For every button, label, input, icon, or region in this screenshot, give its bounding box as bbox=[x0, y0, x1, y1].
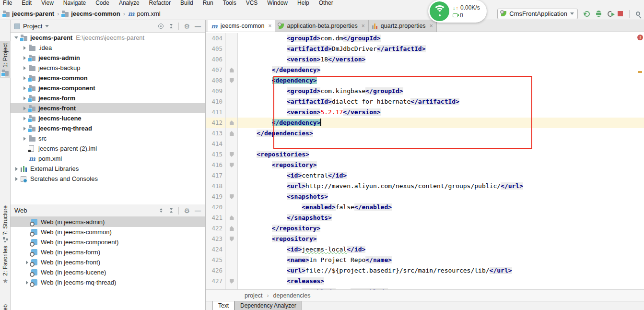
tree-row-external-libraries[interactable]: External Libraries bbox=[11, 164, 205, 174]
code-line-411[interactable]: 411 <version>5.2.17</version> bbox=[206, 107, 644, 118]
code-line-416[interactable]: 416 <repository> bbox=[206, 160, 644, 170]
chevron-down-icon[interactable] bbox=[45, 25, 49, 27]
collapse-all-icon[interactable] bbox=[168, 24, 174, 29]
run-button[interactable] bbox=[584, 11, 590, 17]
bottom-tab-text[interactable]: Text bbox=[212, 301, 234, 310]
menu-run[interactable]: Run bbox=[203, 0, 213, 6]
tree-row-pom-xml[interactable]: mpom.xml bbox=[11, 154, 205, 164]
code-line-415[interactable]: 415 <repositories> bbox=[206, 149, 644, 160]
code-line-408[interactable]: 408 <dependency> bbox=[206, 75, 644, 86]
menu-file[interactable]: File bbox=[3, 0, 12, 6]
code-line-424[interactable]: 424 <id>jeecms-local</id> bbox=[206, 244, 644, 255]
web-row-web-in-jeecms-form[interactable]: Web (in jeecms-form) bbox=[11, 247, 205, 257]
fold-marker-icon[interactable] bbox=[226, 118, 238, 128]
chevron-right-icon[interactable] bbox=[21, 86, 28, 90]
tree-row-jeecms-parent-2-iml[interactable]: jeecms-parent (2).iml bbox=[11, 143, 205, 154]
chevron-right-icon[interactable] bbox=[12, 167, 20, 171]
chevron-right-icon[interactable] bbox=[21, 137, 28, 141]
fold-marker-icon[interactable] bbox=[226, 213, 238, 223]
chevron-right-icon[interactable] bbox=[21, 46, 28, 50]
chevron-down-icon[interactable] bbox=[12, 36, 20, 39]
menu-code[interactable]: Code bbox=[95, 0, 109, 6]
code-line-407[interactable]: 407 </dependency> bbox=[206, 65, 644, 75]
tree-row-scratches-and-consoles[interactable]: Scratches and Consoles bbox=[11, 174, 205, 184]
menu-refactor[interactable]: Refactor bbox=[149, 0, 171, 6]
tree-row-jeecms-form[interactable]: jeecms-form bbox=[11, 93, 205, 103]
chevron-right-icon[interactable] bbox=[21, 76, 28, 80]
close-icon[interactable]: × bbox=[430, 23, 433, 29]
chevron-right-icon[interactable] bbox=[21, 66, 28, 70]
stripe-item-1-project[interactable]: 1: Project bbox=[0, 41, 11, 78]
xml-breadcrumb-dependencies[interactable]: dependencies bbox=[273, 292, 311, 299]
menu-edit[interactable]: Edit bbox=[22, 0, 32, 6]
fold-marker-icon[interactable] bbox=[226, 128, 238, 139]
warning-stripe-mark[interactable] bbox=[638, 71, 642, 73]
hide-panel-icon[interactable]: — bbox=[195, 207, 201, 214]
tree-row-jeecms-common[interactable]: jeecms-common bbox=[11, 73, 205, 83]
expand-all-icon[interactable] bbox=[158, 208, 164, 214]
chevron-right-icon[interactable] bbox=[21, 127, 28, 131]
code-line-418[interactable]: 418 <url>http://maven.aliyun.com/nexus/c… bbox=[206, 181, 644, 191]
code-line-417[interactable]: 417 <id>central</id> bbox=[206, 170, 644, 181]
code-line-421[interactable]: 421 </snapshots> bbox=[206, 213, 644, 223]
fold-marker-icon[interactable] bbox=[226, 65, 238, 75]
breadcrumb-item-pom-xml[interactable]: mpom.xml bbox=[128, 10, 161, 17]
stripe-item-2-favorites[interactable]: 2: Favorites★ bbox=[0, 244, 11, 286]
code-line-409[interactable]: 409 <groupId>com.kingbase</groupId> bbox=[206, 86, 644, 96]
debug-button[interactable] bbox=[596, 11, 601, 17]
tree-row-jeecms-lucene[interactable]: jeecms-lucene bbox=[11, 113, 205, 123]
tree-row-jeecms-backup[interactable]: jeecms-backup bbox=[11, 63, 205, 73]
menu-help[interactable]: Help bbox=[297, 0, 309, 6]
code-line-425[interactable]: 425 <name>In Project Repo</name> bbox=[206, 255, 644, 265]
tree-row-jeecms-admin[interactable]: jeecms-admin bbox=[11, 53, 205, 63]
chevron-right-icon[interactable] bbox=[21, 117, 28, 120]
fold-marker-icon[interactable] bbox=[226, 191, 238, 202]
code-line-404[interactable]: 404 <groupId>com.dm</groupId> bbox=[206, 33, 644, 44]
locate-file-icon[interactable] bbox=[158, 24, 164, 29]
web-row-web-in-jeecms-front[interactable]: Web (in jeecms-front) bbox=[11, 257, 205, 267]
fold-marker-icon[interactable] bbox=[226, 223, 238, 234]
menu-build[interactable]: Build bbox=[180, 0, 193, 6]
hide-panel-icon[interactable]: — bbox=[195, 23, 201, 29]
fold-marker-icon[interactable] bbox=[226, 276, 238, 286]
tree-row-idea[interactable]: .idea bbox=[11, 43, 205, 53]
code-line-414[interactable]: 414 bbox=[206, 139, 644, 149]
chevron-right-icon[interactable] bbox=[21, 56, 28, 60]
breadcrumb-item-jeecms-parent[interactable]: jeecms-parent bbox=[3, 10, 54, 17]
menu-other[interactable]: Other bbox=[319, 0, 333, 6]
fold-marker-icon[interactable] bbox=[226, 75, 238, 86]
fold-marker-icon[interactable] bbox=[226, 234, 238, 244]
chevron-right-icon[interactable] bbox=[12, 177, 20, 181]
web-row-web-in-jeecms-lucene[interactable]: Web (in jeecms-lucene) bbox=[11, 267, 205, 277]
web-row-web-in-jeecms-admin[interactable]: Web (in jeecms-admin) bbox=[11, 217, 205, 227]
chevron-right-icon[interactable] bbox=[21, 107, 28, 110]
stripe-item-web[interactable]: Web bbox=[0, 302, 11, 310]
code-line-405[interactable]: 405 <artifactId>DmJdbcDriver</artifactId… bbox=[206, 44, 644, 54]
code-line-423[interactable]: 423 <repository> bbox=[206, 234, 644, 244]
close-icon[interactable]: × bbox=[268, 23, 271, 29]
menu-navigate[interactable]: Navigate bbox=[63, 0, 86, 6]
code-line-422[interactable]: 422 </repository> bbox=[206, 223, 644, 234]
tree-row-jeecms-parent[interactable]: jeecms-parentE:\jeecms\jeecms-parent bbox=[11, 33, 205, 43]
bottom-tab-dependency-analyzer[interactable]: Dependency Analyzer bbox=[234, 301, 302, 310]
code-editor[interactable]: 404 <groupId>com.dm</groupId>405 <artifa… bbox=[206, 32, 644, 289]
fold-marker-icon[interactable] bbox=[226, 149, 238, 160]
stripe-item-7-structure[interactable]: 7: Structure bbox=[0, 203, 11, 244]
code-line-420[interactable]: 420 <enabled>false</enabled> bbox=[206, 202, 644, 213]
network-speed-widget[interactable]: ↓↑ 0.00K/s 0 bbox=[428, 0, 487, 23]
error-stripe[interactable]: ! bbox=[637, 32, 644, 289]
code-line-427[interactable]: 427 <releases> bbox=[206, 276, 644, 286]
code-line-410[interactable]: 410 <artifactId>dialect-for-hibernate</a… bbox=[206, 96, 644, 107]
stop-button[interactable] bbox=[618, 11, 623, 16]
menu-view[interactable]: View bbox=[41, 0, 54, 6]
fold-marker-icon[interactable] bbox=[226, 160, 238, 170]
code-line-426[interactable]: 426 <url>file://${project.basedir}/src/m… bbox=[206, 265, 644, 276]
xml-breadcrumb-project[interactable]: project bbox=[245, 292, 263, 299]
web-row-web-in-jeecms-component[interactable]: Web (in jeecms-component) bbox=[11, 237, 205, 247]
editor-tab-quartz-properties[interactable]: quartz.properties× bbox=[369, 20, 437, 32]
code-line-419[interactable]: 419 <snapshots> bbox=[206, 191, 644, 202]
close-icon[interactable]: × bbox=[362, 23, 365, 29]
search-everywhere-icon[interactable] bbox=[636, 12, 640, 16]
web-row-web-in-jeecms-common[interactable]: Web (in jeecms-common) bbox=[11, 227, 205, 237]
tree-row-src[interactable]: src bbox=[11, 133, 205, 143]
